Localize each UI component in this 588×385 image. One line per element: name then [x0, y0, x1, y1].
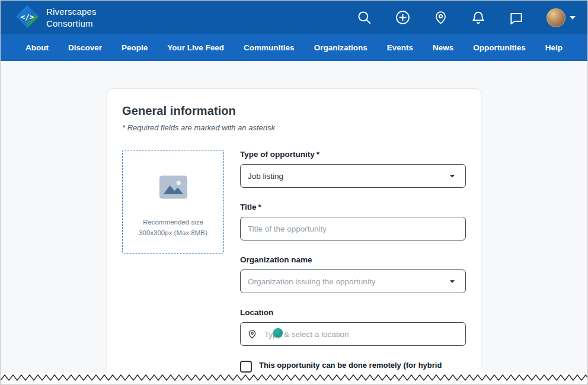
nav-item-your-live-feed[interactable]: Your Live Feed [167, 43, 224, 52]
svg-text:</>: </> [21, 12, 34, 21]
brand-name-line2: Consortium [46, 18, 97, 29]
image-placeholder-icon [159, 175, 187, 201]
notifications-bell-icon[interactable] [471, 10, 486, 25]
upload-hint: Recommended size 300x300px (Max 8MB) [139, 217, 207, 239]
avatar[interactable] [547, 8, 565, 27]
header-actions [356, 8, 576, 27]
type-of-opportunity-label: Type of opportunity* [240, 150, 466, 159]
location-label: Location [240, 308, 466, 317]
general-information-card: General information * Required fields ar… [107, 88, 481, 385]
nav-item-discover[interactable]: Discover [68, 43, 102, 52]
nav-item-help[interactable]: Help [545, 43, 563, 52]
image-upload-dropzone[interactable]: Recommended size 300x300px (Max 8MB) [122, 150, 224, 254]
nav-item-people[interactable]: People [122, 43, 148, 52]
messages-chat-icon[interactable] [509, 10, 524, 25]
upload-hint-line2: 300x300px (Max 8MB) [139, 228, 207, 239]
organization-name-label: Organization name [240, 255, 466, 264]
chevron-down-icon [570, 16, 576, 20]
required-asterisk: * [258, 203, 261, 211]
select-caret-icon [446, 170, 458, 182]
required-asterisk: * [317, 150, 319, 159]
location-input[interactable] [240, 322, 466, 346]
riverscapes-logo-icon: </> [15, 4, 40, 31]
nav-item-events[interactable]: Events [387, 43, 413, 52]
main-navbar: About Discover People Your Live Feed Com… [1, 34, 587, 61]
page-title: General information [122, 104, 466, 118]
nav-item-communities[interactable]: Communities [244, 43, 295, 52]
nav-item-news[interactable]: News [433, 43, 453, 52]
nav-item-organizations[interactable]: Organizations [314, 43, 368, 52]
organization-select[interactable]: Organization issuing the opportunity [240, 270, 466, 293]
brand-name-line1: Riverscapes [46, 6, 97, 17]
form-fields: Type of opportunity* Job listing Title* [240, 150, 466, 381]
search-icon[interactable] [356, 9, 372, 25]
torn-edge-bottom [1, 373, 587, 384]
create-plus-icon[interactable] [395, 9, 411, 25]
brand-name: Riverscapes Consortium [46, 6, 97, 28]
torn-edge-path [1, 375, 588, 380]
required-fields-note: * Required fields are marked with an ast… [122, 123, 466, 132]
upload-hint-line1: Recommended size [139, 217, 207, 228]
brand-logo[interactable]: </> Riverscapes Consortium [15, 4, 97, 31]
select-caret-icon [446, 275, 458, 287]
title-label: Title* [240, 203, 466, 211]
location-pin-input-icon [247, 329, 257, 339]
type-of-opportunity-value: Job listing [248, 172, 446, 181]
nav-item-about[interactable]: About [25, 43, 49, 52]
user-menu[interactable] [547, 8, 576, 27]
remote-checkbox[interactable] [240, 361, 252, 373]
title-input[interactable] [240, 217, 466, 240]
screenshot-frame: </> Riverscapes Consortium [0, 0, 588, 385]
organization-placeholder: Organization issuing the opportunity [248, 277, 446, 286]
page-content: General information * Required fields ar… [1, 61, 587, 385]
nav-item-opportunities[interactable]: Opportunities [473, 43, 526, 52]
type-of-opportunity-select[interactable]: Job listing [240, 164, 466, 188]
location-pin-icon[interactable] [433, 10, 448, 25]
top-header-bar: </> Riverscapes Consortium [1, 1, 587, 34]
